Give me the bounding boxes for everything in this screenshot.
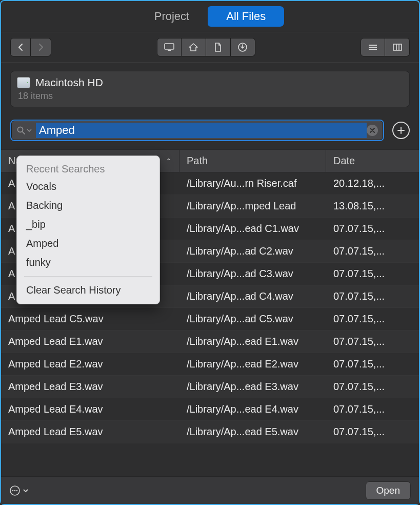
cell-name: Amped Lead E4.wav [1, 398, 179, 420]
footer: Open [1, 476, 419, 504]
cell-path: /Library/Ap...ad C2.wav [179, 240, 326, 262]
sort-ascending-icon: ⌃ [166, 157, 172, 165]
cell-date: 13.08.15,... [326, 195, 419, 217]
cell-path: /Library/Ap...ead E4.wav [179, 398, 326, 420]
close-icon [370, 128, 375, 133]
clear-search-button[interactable] [367, 125, 378, 136]
home-button[interactable] [182, 38, 206, 56]
cell-date: 07.07.15,... [326, 218, 419, 240]
search-dropdown-toggle[interactable] [16, 126, 32, 135]
footer-actions-menu[interactable] [9, 485, 29, 496]
document-icon [214, 42, 222, 52]
cell-date: 07.07.15,... [326, 398, 419, 420]
plus-icon [397, 126, 405, 134]
toolbar [1, 32, 419, 63]
tab-project[interactable]: Project [136, 6, 208, 27]
chevron-down-icon [27, 128, 32, 132]
documents-button[interactable] [206, 38, 231, 56]
cell-path: /Library/Ap...ead E3.wav [179, 376, 326, 398]
recent-search-item[interactable]: _bip [17, 215, 159, 234]
table-row[interactable]: Amped Lead C5.wav/Library/Ap...ad C5.wav… [1, 308, 419, 331]
drive-name: Macintosh HD [35, 76, 103, 89]
cell-date: 07.07.15,... [326, 353, 419, 375]
cell-date: 07.07.15,... [326, 331, 419, 353]
cell-date: 07.07.15,... [326, 376, 419, 398]
cell-name: Amped Lead E3.wav [1, 376, 179, 398]
svg-point-15 [14, 490, 16, 491]
column-header-path[interactable]: Path [179, 150, 326, 172]
svg-rect-0 [165, 44, 174, 49]
cell-date: 07.07.15,... [326, 308, 419, 330]
column-header-date[interactable]: Date [326, 150, 419, 172]
table-row[interactable]: Amped Lead E1.wav/Library/Ap...ead E1.wa… [1, 331, 419, 353]
add-filter-button[interactable] [392, 122, 410, 139]
svg-point-14 [12, 490, 14, 491]
scope-tabs: Project All Files [1, 1, 419, 32]
ellipsis-circle-icon [9, 485, 21, 496]
cell-date: 20.12.18,... [326, 172, 419, 195]
search-icon [16, 126, 26, 135]
cell-date: 07.07.15,... [326, 263, 419, 285]
cell-name: Amped Lead E1.wav [1, 331, 179, 353]
search-input[interactable] [36, 123, 367, 138]
computer-button[interactable] [157, 38, 182, 56]
tab-all-files[interactable]: All Files [208, 6, 284, 27]
cell-path: /Library/Ap...ead C1.wav [179, 218, 326, 240]
cell-date: 07.07.15,... [326, 240, 419, 262]
cell-name: Amped Lead E2.wav [1, 353, 179, 375]
search-box [10, 120, 384, 141]
list-icon [368, 44, 378, 51]
recent-search-item[interactable]: Backing [17, 196, 159, 215]
table-row[interactable]: Amped Lead E5.wav/Library/Ap...ead E5.wa… [1, 421, 419, 443]
cell-path: /Library/Ap...ead E2.wav [179, 353, 326, 375]
cell-path: /Library/Ap...ad C4.wav [179, 285, 326, 307]
columns-icon [392, 43, 403, 51]
cell-path: /Library/Ap...ad C3.wav [179, 263, 326, 285]
table-row[interactable]: Amped Lead E3.wav/Library/Ap...ead E3.wa… [1, 376, 419, 398]
cell-path: /Library/Ap...ead E5.wav [179, 421, 326, 443]
table-row[interactable]: Amped Lead E2.wav/Library/Ap...ead E2.wa… [1, 353, 419, 376]
location-bar[interactable]: Macintosh HD 18 items [10, 71, 410, 107]
svg-point-16 [16, 490, 18, 491]
home-icon [188, 43, 198, 52]
nav-back-button[interactable] [10, 38, 31, 56]
list-view-button[interactable] [361, 38, 385, 56]
cell-path: /Library/Ap...ad C5.wav [179, 308, 326, 330]
item-count: 18 items [18, 91, 402, 102]
open-button[interactable]: Open [366, 481, 411, 500]
clear-search-history[interactable]: Clear Search History [17, 281, 159, 300]
recent-search-item[interactable]: Amped [17, 234, 159, 253]
cell-path: /Library/Au...rn Riser.caf [179, 172, 326, 195]
recent-search-item[interactable]: funky [17, 253, 159, 272]
svg-rect-1 [168, 50, 171, 51]
table-row[interactable]: Amped Lead E4.wav/Library/Ap...ead E4.wa… [1, 398, 419, 421]
nav-forward-button[interactable] [31, 38, 51, 56]
computer-icon [164, 43, 175, 52]
column-view-button[interactable] [385, 38, 410, 56]
cell-name: Amped Lead E5.wav [1, 421, 179, 443]
cell-path: /Library/Ap...ead E1.wav [179, 331, 326, 353]
popover-separator [24, 276, 152, 277]
recent-search-item[interactable]: Vocals [17, 177, 159, 196]
chevron-down-icon [23, 488, 29, 493]
cell-date: 07.07.15,... [326, 285, 419, 307]
downloads-button[interactable] [231, 38, 255, 56]
drive-icon [17, 77, 30, 88]
svg-line-10 [23, 132, 25, 134]
cell-date: 07.07.15,... [326, 421, 419, 443]
recent-searches-heading: Recent Searches [17, 159, 159, 177]
cell-path: /Library/Ap...mped Lead [179, 195, 326, 217]
svg-rect-6 [393, 44, 402, 50]
download-icon [237, 42, 248, 52]
recent-searches-popover: Recent Searches Vocals Backing _bip Ampe… [16, 156, 160, 304]
cell-name: Amped Lead C5.wav [1, 308, 179, 330]
